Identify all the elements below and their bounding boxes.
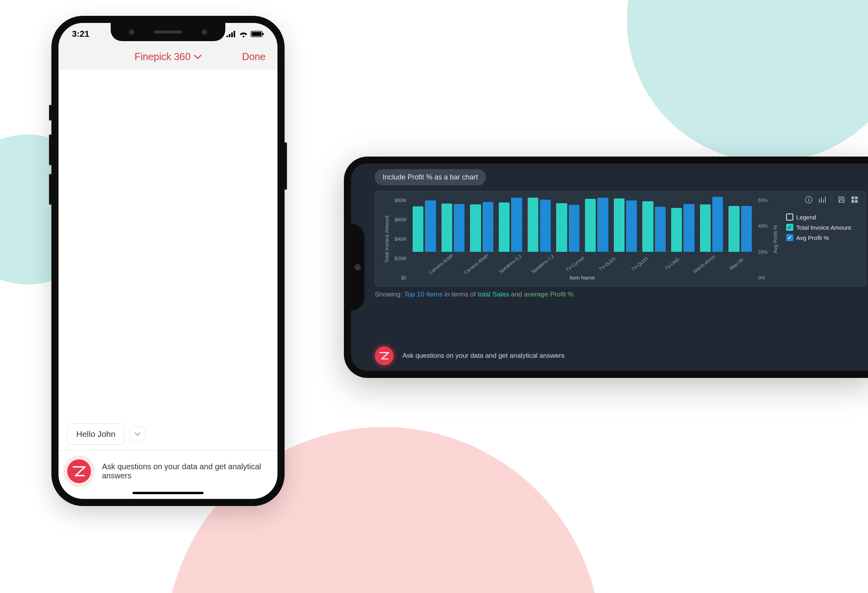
bar-pair	[614, 198, 637, 252]
notch	[111, 23, 225, 41]
wifi-icon	[239, 30, 248, 38]
bar-pair	[728, 198, 752, 252]
tick: $20M	[394, 256, 406, 261]
tick: $60M	[394, 217, 406, 223]
bar-series-a[interactable]	[556, 203, 567, 252]
caption-part: in terms of	[444, 291, 476, 298]
caption-part: Items	[426, 291, 443, 298]
x-tick: TV-Curved	[563, 254, 587, 274]
bar-pair	[671, 198, 694, 252]
workspace-selector[interactable]: Finepick 360	[134, 51, 202, 62]
bar-series-b[interactable]	[454, 204, 464, 252]
workspace-title: Finepick 360	[134, 51, 191, 62]
caption-part: Profit %	[550, 291, 574, 298]
chart: Total Invoice Amount $80M $60M $40M $20M…	[383, 198, 858, 281]
bar-pair	[556, 198, 579, 252]
legend-label: Avg Profit %	[796, 234, 829, 241]
power-button	[285, 142, 287, 190]
ask-input[interactable]: Ask questions on your data and get analy…	[402, 352, 564, 360]
caption-part: Sales	[492, 291, 509, 298]
bar-series-b[interactable]	[597, 198, 608, 252]
x-axis-ticks: Camera-41MPCamera-45MPSpeakers-5.2Speake…	[410, 252, 754, 260]
checkbox-icon: ✓	[786, 234, 793, 241]
bar-series-a[interactable]	[614, 198, 625, 252]
legend-series-b[interactable]: ✓ Avg Profit %	[786, 234, 851, 241]
chart-card: Total Invoice Amount $80M $60M $40M $20M…	[375, 191, 866, 287]
caption-part: Showing:	[375, 291, 402, 298]
suggestion-expand-button[interactable]	[129, 426, 146, 442]
svg-rect-2	[262, 33, 264, 35]
suggestion-chip[interactable]: Hello John	[67, 423, 125, 445]
result-caption: Showing: Top 10 Items in terms of total …	[351, 287, 868, 298]
tick: 60%	[758, 198, 768, 203]
bar-series-a[interactable]	[728, 206, 739, 252]
volume-up-button	[49, 134, 51, 165]
bar-series-b[interactable]	[511, 198, 522, 252]
checkbox-icon: ✓	[786, 213, 793, 221]
bar-pair	[413, 198, 436, 252]
battery-icon	[251, 31, 264, 37]
x-tick: Camera-41MP	[428, 253, 454, 275]
bar-pair	[499, 198, 522, 252]
bar-series-a[interactable]	[642, 201, 653, 252]
checkbox-icon: ✓	[786, 224, 793, 231]
caption-part: total	[478, 291, 491, 298]
x-tick: Watch-45mm	[692, 254, 716, 274]
bar-series-a[interactable]	[442, 204, 452, 252]
legend-title: Legend	[796, 214, 816, 221]
bar-pair	[642, 198, 666, 252]
legend-label: Total Invoice Amount	[796, 224, 851, 231]
tick: $80M	[394, 198, 406, 203]
mute-switch	[49, 105, 51, 121]
bar-series-b[interactable]	[683, 204, 694, 252]
legend-toggle[interactable]: ✓ Legend	[786, 213, 851, 221]
bar-series-a[interactable]	[499, 202, 509, 252]
bar-series-b[interactable]	[425, 200, 436, 252]
home-indicator	[132, 492, 204, 494]
bar-pair	[528, 198, 551, 252]
bar-series-a[interactable]	[700, 204, 711, 252]
x-tick: TV-UHD	[660, 254, 684, 274]
decoration-blob	[627, 0, 868, 162]
bar-series-a[interactable]	[413, 206, 423, 252]
cellular-icon	[226, 31, 236, 37]
caption-part: average	[524, 291, 548, 298]
bar-series-a[interactable]	[671, 208, 682, 252]
tick: 40%	[758, 223, 768, 229]
status-time: 3:21	[72, 29, 89, 39]
bar-series-b[interactable]	[712, 197, 723, 252]
x-axis-label: Item Name	[410, 275, 754, 281]
bar-series-a[interactable]	[585, 199, 596, 252]
x-tick: Speakers-5.2	[498, 254, 522, 274]
bar-series-b[interactable]	[483, 202, 493, 252]
y-axis-left-label: Total Invoice Amount	[383, 198, 391, 281]
x-tick: Camera-45MP	[463, 253, 489, 275]
ask-bar: Ask questions on your data and get analy…	[375, 346, 868, 365]
zia-icon	[379, 351, 389, 360]
volume-down-button	[49, 174, 51, 205]
bar-series-b[interactable]	[569, 205, 579, 252]
legend: ✓ Legend ✓ Total Invoice Amount ✓ Avg Pr…	[786, 213, 851, 244]
bar-series-b[interactable]	[655, 207, 666, 252]
caption-part: Top 10	[404, 291, 424, 298]
bar-series-b[interactable]	[626, 200, 637, 252]
bar-series-b[interactable]	[741, 206, 752, 252]
zia-assistant-button[interactable]	[67, 459, 91, 483]
x-tick: TV-OLED	[595, 254, 619, 274]
bar-series-a[interactable]	[470, 204, 481, 252]
phone-portrait: 3:21 Finepick 360 Done Hello John	[51, 16, 285, 506]
plot-area	[410, 198, 754, 252]
bar-series-b[interactable]	[540, 200, 551, 252]
legend-series-a[interactable]: ✓ Total Invoice Amount	[786, 224, 851, 231]
zia-assistant-button[interactable]	[375, 346, 394, 365]
query-pill[interactable]: Include Profit % as a bar chart	[375, 169, 486, 185]
x-tick: TV-QLED	[628, 254, 652, 274]
chevron-down-icon	[194, 55, 202, 59]
ask-input[interactable]: Ask questions on your data and get analy…	[102, 462, 269, 480]
bar-series-a[interactable]	[528, 198, 538, 252]
caption-part: and	[511, 291, 522, 298]
tick: $0	[394, 275, 406, 281]
done-button[interactable]: Done	[242, 51, 266, 62]
tick: 0%	[758, 275, 768, 281]
suggestion-row: Hello John	[58, 419, 277, 450]
